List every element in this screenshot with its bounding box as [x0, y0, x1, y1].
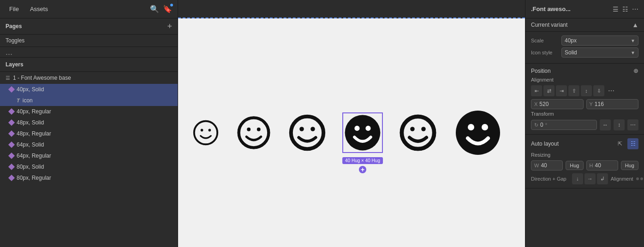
h-label: H: [590, 163, 593, 168]
align-more-btn[interactable]: ⋯: [606, 85, 617, 96]
flip-h-btn[interactable]: ↔: [600, 119, 611, 130]
scale-dropdown-arrow: ▼: [631, 38, 635, 43]
svg-point-8: [310, 127, 315, 131]
text-icon: T: [17, 98, 20, 103]
layer-item-5[interactable]: 64px, Solid: [0, 139, 178, 150]
direction-wrap-btn[interactable]: ↲: [597, 173, 608, 184]
x-value: 520: [539, 101, 549, 107]
pages-title: Pages: [6, 23, 22, 29]
align-hcenter-btn[interactable]: ⇄: [543, 85, 555, 96]
smiley-6[interactable]: [455, 110, 501, 156]
layer-item-label-5: 64px, Solid: [17, 141, 44, 148]
autolayout-title: Auto layout: [531, 141, 559, 147]
svg-point-6: [291, 117, 323, 149]
layer-item-7[interactable]: 80px, Solid: [0, 161, 178, 172]
smiley-face-5: [400, 114, 436, 151]
grid-icon[interactable]: ☷: [622, 6, 628, 13]
x-label: X: [534, 101, 537, 107]
canvas-top-ruler: [178, 0, 525, 18]
align-right-btn[interactable]: ⇥: [556, 85, 567, 96]
autolayout-expand-btn[interactable]: ⇱: [614, 138, 626, 149]
autolayout-active-btn[interactable]: ☷: [627, 138, 638, 149]
layer-group-row[interactable]: ☰ 1 - Font Awesome base: [0, 72, 178, 84]
smiley-face-3: [289, 114, 326, 151]
layer-item-label-7: 80px, Solid: [17, 164, 44, 170]
smiley-label: 40 Hug × 40 Hug: [342, 157, 383, 164]
diamond-icon-4: [8, 130, 15, 137]
more-icon[interactable]: ⋯: [632, 6, 638, 13]
svg-point-13: [410, 127, 415, 131]
autolayout-header: Auto layout ⇱ ☷: [531, 138, 638, 149]
top-bar: File Assets 🔍 🔖: [0, 0, 178, 18]
transform-more-btn[interactable]: ⋯: [627, 119, 638, 130]
h-value: 40: [595, 162, 601, 169]
layer-item-0[interactable]: 40px, Solid: [0, 84, 178, 95]
scale-section: Scale 40px ▼ Icon style Solid ▼: [525, 32, 644, 64]
smiley-5[interactable]: [400, 114, 436, 151]
layer-item-2[interactable]: 40px, Regular: [0, 106, 178, 117]
position-icon[interactable]: ⊕: [633, 67, 638, 74]
flip-v-btn[interactable]: ↕: [614, 119, 625, 130]
search-icon[interactable]: 🔍: [150, 5, 159, 13]
smiley-plus-icon[interactable]: +: [359, 166, 366, 173]
y-label: Y: [590, 101, 593, 107]
canvas-area[interactable]: 40 Hug × 40 Hug +: [178, 0, 525, 247]
layer-item-3[interactable]: 48px, Solid: [0, 117, 178, 128]
layer-item-4[interactable]: 48px, Regular: [0, 128, 178, 139]
x-field[interactable]: X 520: [531, 99, 584, 109]
rotation-value: 0: [540, 122, 543, 128]
bookmark-icon[interactable]: 🔖: [163, 5, 172, 13]
smiley-3[interactable]: [289, 114, 326, 151]
smiley-4-selected[interactable]: 40 Hug × 40 Hug +: [344, 114, 381, 151]
smiley-1[interactable]: [193, 120, 219, 146]
current-variant-icon[interactable]: ▲: [632, 21, 638, 29]
scale-select[interactable]: 40px ▼: [561, 35, 638, 46]
direction-down-btn[interactable]: ↓: [572, 173, 583, 184]
width-field[interactable]: W 40: [531, 160, 563, 171]
y-field[interactable]: Y 116: [586, 99, 639, 109]
layer-item-8[interactable]: 80px, Regular: [0, 172, 178, 183]
align-left-btn[interactable]: ⇤: [531, 85, 542, 96]
left-panel: File Assets 🔍 🔖 Pages + Toggles ... Laye…: [0, 0, 178, 247]
height-field[interactable]: H 40: [586, 160, 618, 171]
page-item-toggles[interactable]: Toggles: [0, 35, 178, 47]
page-item-more[interactable]: ...: [0, 47, 178, 58]
align-dot-1: [636, 177, 639, 180]
current-variant-row: Current variant ▲: [525, 18, 644, 32]
align-vcenter-btn[interactable]: ↕: [581, 85, 592, 96]
svg-point-9: [345, 115, 381, 151]
layer-item-6[interactable]: 64px, Regular: [0, 150, 178, 161]
canvas-content: 40 Hug × 40 Hug +: [178, 18, 525, 247]
transform-row: ↻ 0 ° ↔ ↕ ⋯: [531, 119, 638, 130]
svg-point-16: [468, 124, 474, 130]
layer-item-icon[interactable]: T icon: [0, 95, 178, 106]
direction-gap-row: Direction + Gap ↓ → ↲ Alignment ↻: [531, 173, 638, 184]
icon-style-dropdown-arrow: ▼: [631, 50, 635, 55]
position-row: X 520 Y 116: [531, 99, 638, 109]
icon-style-row: Icon style Solid ▼: [531, 47, 638, 58]
file-menu[interactable]: File: [6, 4, 23, 14]
alignment-dots-label: Alignment: [611, 176, 633, 182]
rotation-field[interactable]: ↻ 0 °: [531, 120, 597, 130]
right-panel: .Font aweso... ☰ ☷ ⋯ Current variant ▲ S…: [525, 0, 644, 247]
align-bottom-btn[interactable]: ⇩: [593, 85, 604, 96]
w-label: W: [534, 163, 539, 168]
assets-menu[interactable]: Assets: [26, 4, 52, 14]
icon-style-select[interactable]: Solid ▼: [561, 47, 638, 58]
alignment-dots: [636, 177, 644, 180]
diamond-icon-2: [8, 108, 15, 115]
diamond-icon-3: [8, 119, 15, 126]
direction-right-btn[interactable]: →: [584, 173, 596, 184]
layer-item-label-icon: icon: [23, 97, 33, 104]
smiley-2[interactable]: [237, 116, 270, 149]
w-hug-btn[interactable]: Hug: [566, 161, 583, 170]
auto-layout-section: Auto layout ⇱ ☷ Resizing W 40 Hug H 40 H…: [525, 135, 644, 188]
h-hug-btn[interactable]: Hug: [621, 161, 638, 170]
right-panel-icons: ☰ ☷ ⋯: [613, 6, 638, 13]
add-page-button[interactable]: +: [167, 22, 172, 30]
right-panel-header: .Font aweso... ☰ ☷ ⋯: [525, 0, 644, 18]
align-top-btn[interactable]: ⇧: [568, 85, 579, 96]
position-section: Position ⊕ Alignment ⇤ ⇄ ⇥ ⇧ ↕ ⇩ ⋯ X 520…: [525, 64, 644, 135]
adjust-icon[interactable]: ☰: [613, 6, 619, 13]
svg-point-4: [247, 128, 250, 131]
